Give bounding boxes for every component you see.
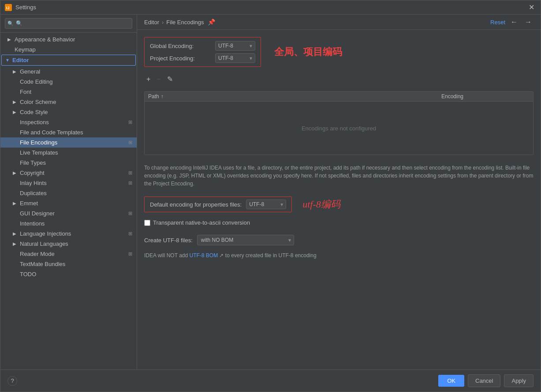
badge: ⊞ — [128, 119, 132, 125]
sidebar-item-general[interactable]: ▶ General — [0, 67, 137, 77]
sidebar-item-duplicates[interactable]: Duplicates — [0, 188, 137, 198]
path-column-header[interactable]: Path ↑ — [148, 93, 441, 100]
content-header: Editor › File Encodings 📌 Reset ← → — [137, 15, 541, 30]
breadcrumb-separator: › — [162, 19, 164, 26]
back-button[interactable]: ← — [509, 18, 519, 26]
search-input[interactable] — [5, 18, 132, 29]
project-encoding-select[interactable]: UTF-8 UTF-16 ISO-8859-1 — [215, 53, 255, 63]
search-box: 🔍 — [0, 15, 137, 33]
sidebar-item-gui-designer[interactable]: GUI Designer ⊞ — [0, 208, 137, 218]
expand-arrow: ▶ — [13, 69, 18, 74]
create-utf8-select[interactable]: with NO BOM with BOM — [197, 235, 294, 245]
sidebar-item-intentions[interactable]: Intentions — [0, 218, 137, 229]
properties-encoding-group: Default encoding for properties files: U… — [144, 196, 292, 212]
footer-left: ? — [7, 376, 17, 386]
annotation-text: To change encoding IntelliJ IDEA uses fo… — [144, 160, 534, 191]
sidebar-item-emmet[interactable]: ▶ Emmet — [0, 198, 137, 208]
badge: ⊞ — [128, 170, 132, 176]
svg-text:IJ: IJ — [6, 6, 10, 10]
sidebar-item-textmate-bundles[interactable]: TextMate Bundles — [0, 259, 137, 269]
project-encoding-select-wrapper: UTF-8 UTF-16 ISO-8859-1 ▼ — [215, 53, 255, 63]
sidebar-item-file-code-templates[interactable]: File and Code Templates — [0, 127, 137, 137]
sidebar-item-inspections[interactable]: Inspections ⊞ — [0, 117, 137, 127]
sidebar-item-color-scheme[interactable]: ▶ Color Scheme — [0, 97, 137, 107]
reset-button[interactable]: Reset — [490, 19, 505, 26]
properties-encoding-select-wrapper: UTF-8 ISO-8859-1 ▼ — [246, 200, 286, 209]
badge: ⊞ — [128, 180, 132, 186]
global-encoding-label: Global Encoding: — [150, 43, 212, 49]
create-utf8-select-wrapper: with NO BOM with BOM ▼ — [197, 235, 294, 245]
expand-arrow: ▼ — [5, 58, 11, 63]
window-title: Settings — [15, 4, 527, 11]
sidebar-item-code-editing[interactable]: Code Editing — [0, 77, 137, 87]
table-header: Path ↑ Encoding — [145, 92, 533, 102]
main-content: Editor › File Encodings 📌 Reset ← → — [137, 15, 541, 370]
sidebar-item-file-types[interactable]: File Types — [0, 158, 137, 168]
breadcrumb: Editor › File Encodings 📌 — [144, 18, 215, 26]
global-encoding-select-wrapper: UTF-8 UTF-16 ISO-8859-1 ▼ — [215, 41, 255, 51]
footer-buttons: OK Cancel Apply — [438, 374, 534, 387]
table-toolbar: + − ✎ — [144, 72, 534, 86]
add-button[interactable]: + — [144, 74, 153, 84]
forward-button[interactable]: → — [523, 18, 534, 26]
transparent-conversion-row: Transparent native-to-ascii conversion — [144, 219, 534, 226]
sidebar-item-reader-mode[interactable]: Reader Mode ⊞ — [0, 249, 137, 259]
properties-encoding-label: Default encoding for properties files: — [150, 201, 242, 208]
sidebar-item-appearance-behavior[interactable]: ▶ Appearance & Behavior — [0, 34, 137, 44]
search-icon: 🔍 — [7, 21, 14, 26]
table-empty-message: Encodings are not configured — [302, 125, 376, 132]
utf8-note-highlight: UTF-8 BOM — [189, 252, 218, 259]
app-icon: IJ — [5, 4, 12, 11]
sidebar-item-editor[interactable]: ▼ Editor — [1, 55, 136, 66]
sidebar-item-natural-languages[interactable]: ▶ Natural Languages — [0, 239, 137, 249]
global-encoding-row: Global Encoding: UTF-8 UTF-16 ISO-8859-1… — [150, 41, 255, 51]
badge: ⊞ — [128, 211, 132, 216]
create-utf8-label: Create UTF-8 files: — [144, 237, 193, 244]
chinese-annotation-1: 全局、项目编码 — [274, 45, 342, 59]
dialog-footer: ? OK Cancel Apply — [0, 370, 541, 392]
sidebar-item-live-templates[interactable]: Live Templates — [0, 148, 137, 158]
header-actions: Reset ← → — [490, 18, 534, 26]
content-area: Global Encoding: UTF-8 UTF-16 ISO-8859-1… — [137, 30, 541, 370]
utf8-note: IDEA will NOT add UTF-8 BOM ↗ to every c… — [144, 252, 534, 259]
encoding-column-header: Encoding — [441, 93, 530, 100]
badge: ⊞ — [128, 140, 132, 145]
encoding-table: Path ↑ Encoding Encodings are not config… — [144, 91, 534, 155]
sidebar: 🔍 ▶ Appearance & Behavior Keymap ▼ — [0, 15, 137, 370]
sidebar-item-keymap[interactable]: Keymap — [0, 44, 137, 55]
sidebar-item-file-encodings[interactable]: File Encodings ⊞ — [0, 137, 137, 148]
sidebar-item-todo[interactable]: TODO — [0, 269, 137, 279]
utf8-note-prefix: IDEA will NOT add — [144, 252, 189, 259]
global-encoding-select[interactable]: UTF-8 UTF-16 ISO-8859-1 — [215, 41, 255, 51]
transparent-conversion-checkbox[interactable] — [144, 220, 150, 226]
ok-button[interactable]: OK — [438, 375, 464, 387]
properties-encoding-select[interactable]: UTF-8 ISO-8859-1 — [246, 200, 286, 209]
cancel-button[interactable]: Cancel — [468, 374, 500, 387]
titlebar: IJ Settings ✕ — [0, 0, 541, 15]
sidebar-item-inlay-hints[interactable]: Inlay Hints ⊞ — [0, 178, 137, 188]
sidebar-item-copyright[interactable]: ▶ Copyright ⊞ — [0, 168, 137, 178]
close-button[interactable]: ✕ — [527, 3, 536, 11]
project-encoding-row: Project Encoding: UTF-8 UTF-16 ISO-8859-… — [150, 53, 255, 63]
remove-button[interactable]: − — [154, 74, 163, 84]
project-encoding-label: Project Encoding: — [150, 55, 212, 62]
create-utf8-row: Create UTF-8 files: with NO BOM with BOM… — [144, 235, 534, 245]
badge: ⊞ — [128, 251, 132, 257]
apply-button[interactable]: Apply — [504, 374, 534, 387]
pin-icon[interactable]: 📌 — [208, 18, 215, 26]
chinese-annotation-2: utf-8编码 — [302, 198, 340, 211]
edit-button[interactable]: ✎ — [165, 74, 175, 84]
transparent-conversion-label: Transparent native-to-ascii conversion — [153, 219, 250, 226]
utf8-note-suffix: ↗ to every created file in UTF-8 encodin… — [218, 252, 316, 259]
sidebar-item-language-injections[interactable]: ▶ Language Injections ⊞ — [0, 229, 137, 239]
badge: ⊞ — [128, 231, 132, 237]
table-body: Encodings are not configured — [145, 102, 533, 155]
sidebar-tree: ▶ Appearance & Behavior Keymap ▼ Editor … — [0, 33, 137, 370]
sidebar-item-code-style[interactable]: ▶ Code Style — [0, 107, 137, 117]
expand-arrow: ▶ — [7, 37, 13, 42]
breadcrumb-current: File Encodings — [166, 19, 204, 26]
sidebar-item-font[interactable]: Font — [0, 87, 137, 97]
encoding-group: Global Encoding: UTF-8 UTF-16 ISO-8859-1… — [144, 37, 261, 67]
breadcrumb-parent: Editor — [144, 19, 159, 26]
help-button[interactable]: ? — [7, 376, 17, 386]
